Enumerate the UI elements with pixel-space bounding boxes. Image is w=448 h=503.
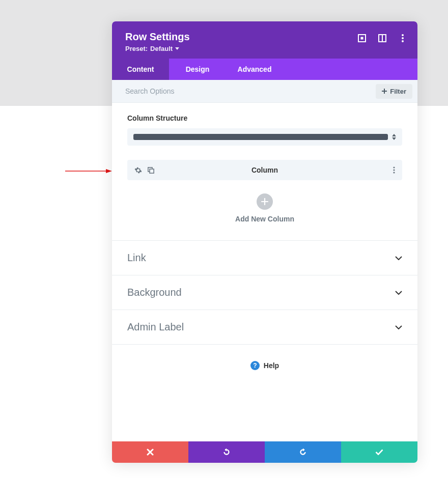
caret-down-icon <box>175 47 179 50</box>
chevron-down-icon <box>395 325 402 329</box>
accordion-background[interactable]: Background <box>112 275 417 310</box>
accordion-link[interactable]: Link <box>112 241 417 275</box>
annotation-arrow <box>65 168 112 174</box>
svg-point-8 <box>402 40 404 42</box>
expand-icon[interactable] <box>357 34 367 43</box>
column-structure-preview <box>133 134 388 140</box>
gear-icon[interactable] <box>134 166 142 174</box>
svg-marker-1 <box>106 169 112 173</box>
add-column-button[interactable] <box>257 193 273 210</box>
column-more-icon[interactable] <box>393 166 395 174</box>
close-icon <box>147 449 154 456</box>
plus-icon <box>261 198 268 205</box>
redo-icon <box>299 448 307 456</box>
undo-button[interactable] <box>188 441 265 463</box>
header-action-icons <box>357 34 407 43</box>
search-row: Filter <box>112 80 417 103</box>
layout-icon[interactable] <box>378 34 387 43</box>
tab-bar: Content Design Advanced <box>112 59 417 80</box>
redo-button[interactable] <box>265 441 341 463</box>
column-structure-label: Column Structure <box>127 114 402 122</box>
save-button[interactable] <box>341 441 417 463</box>
filter-button-label: Filter <box>390 88 406 95</box>
svg-point-7 <box>402 37 404 39</box>
column-structure-selector[interactable] <box>127 128 402 146</box>
sort-carets-icon <box>392 134 396 140</box>
column-item[interactable]: Column <box>127 160 402 180</box>
preset-value: Default <box>150 45 173 52</box>
help-link[interactable]: ? Help <box>112 345 417 386</box>
filter-button[interactable]: Filter <box>376 84 412 99</box>
cancel-button[interactable] <box>112 441 188 463</box>
svg-point-13 <box>393 172 395 173</box>
svg-rect-10 <box>150 169 154 173</box>
chevron-down-icon <box>395 256 402 260</box>
tab-content[interactable]: Content <box>112 59 169 80</box>
accordion-admin-label[interactable]: Admin Label <box>112 310 417 345</box>
accordion-list: Link Background Admin Label <box>112 240 417 345</box>
modal-footer <box>112 441 417 463</box>
svg-point-12 <box>393 169 395 171</box>
add-column-block: Add New Column <box>127 193 402 223</box>
more-vertical-icon[interactable] <box>398 34 407 43</box>
svg-point-6 <box>402 34 404 36</box>
modal-body: Column Structure Column <box>112 103 417 441</box>
accordion-title: Link <box>127 252 146 264</box>
svg-rect-3 <box>361 37 363 40</box>
plus-icon <box>382 89 387 94</box>
check-icon <box>375 449 383 455</box>
accordion-title: Background <box>127 287 182 298</box>
preset-prefix: Preset: <box>125 45 148 52</box>
tab-design[interactable]: Design <box>169 59 226 80</box>
accordion-title: Admin Label <box>127 321 184 333</box>
chevron-down-icon <box>395 291 402 295</box>
modal-header: Row Settings Preset: Default <box>112 21 417 59</box>
help-label: Help <box>264 361 279 370</box>
svg-point-11 <box>393 166 395 168</box>
help-icon: ? <box>250 361 260 370</box>
add-column-label: Add New Column <box>127 215 402 223</box>
column-item-label: Column <box>127 166 402 174</box>
row-settings-modal: Row Settings Preset: Default Content Des… <box>112 21 417 463</box>
undo-icon <box>222 448 231 456</box>
preset-selector[interactable]: Preset: Default <box>125 45 404 52</box>
tab-advanced[interactable]: Advanced <box>226 59 283 80</box>
search-input[interactable] <box>112 80 376 102</box>
duplicate-icon[interactable] <box>147 166 155 174</box>
